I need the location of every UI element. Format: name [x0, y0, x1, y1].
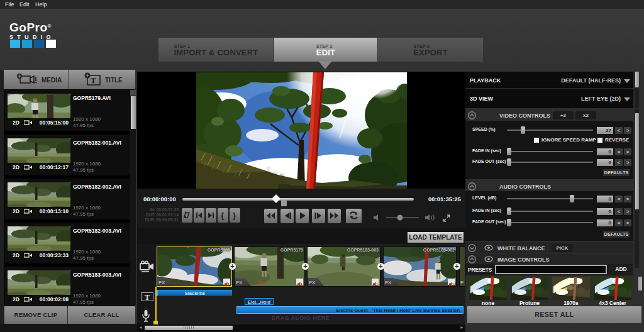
svg-text:TITLE: TITLE [105, 77, 123, 84]
svg-text:T: T [91, 75, 96, 85]
svg-text:MEDIA: MEDIA [42, 77, 62, 84]
svg-text:{: { [221, 211, 224, 220]
svg-text:}: } [233, 211, 236, 220]
